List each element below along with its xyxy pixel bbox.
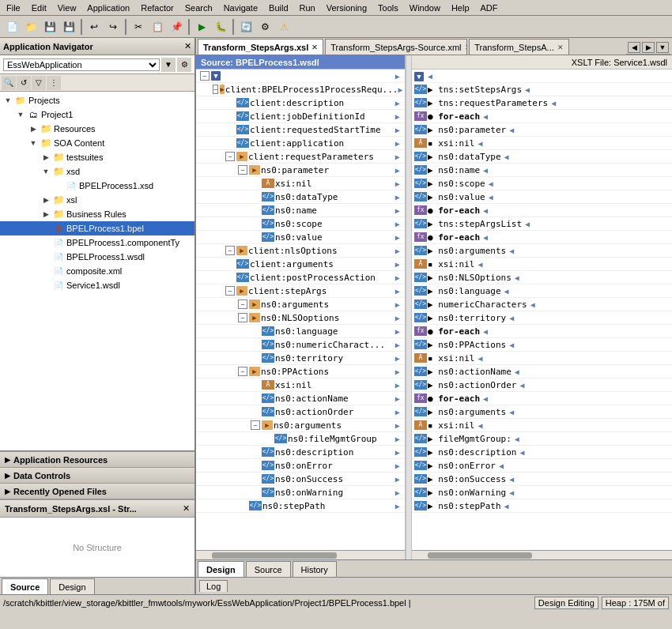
- nav-sync-btn[interactable]: ↺: [17, 76, 31, 90]
- toggle-13[interactable]: −: [225, 246, 235, 255]
- toggle-16[interactable]: −: [225, 286, 235, 296]
- project-tree[interactable]: ▼ 📁 Projects ▼ 🗂 Project1 ▶ 📁 Resources: [0, 92, 194, 450]
- menu-run[interactable]: Run: [295, 2, 320, 13]
- menu-build[interactable]: Build: [264, 2, 293, 13]
- menu-file[interactable]: File: [2, 2, 25, 13]
- nav-settings-btn[interactable]: ⋮: [47, 76, 61, 90]
- tree-bpel-xsd[interactable]: 📄 BPELProcess1.xsd: [0, 179, 194, 193]
- left-pane-hscroll[interactable]: [196, 550, 405, 559]
- expand-projects[interactable]: ▼: [2, 96, 14, 104]
- tree-business-rules[interactable]: ▶ 📁 Business Rules: [0, 207, 194, 221]
- right-pane-hscroll[interactable]: [412, 550, 672, 559]
- menu-tools[interactable]: Tools: [373, 2, 403, 13]
- tab-transform-steps[interactable]: Transform_StepsArgs.xsl ✕: [198, 39, 323, 55]
- menu-view[interactable]: View: [53, 2, 81, 13]
- copy-btn[interactable]: 📋: [149, 18, 166, 36]
- tab-prev[interactable]: ◀: [628, 42, 640, 53]
- alert-btn[interactable]: ⚠: [275, 18, 293, 36]
- toggle-26[interactable]: −: [251, 420, 260, 430]
- tab-transform-source[interactable]: Transform_StepsArgs-Source.xml ✕: [325, 39, 467, 55]
- expand-rules[interactable]: ▶: [40, 210, 52, 218]
- tree-bpel-file[interactable]: ⚙ BPELProcess1.bpel: [0, 221, 194, 235]
- tab-transform-3-close[interactable]: ✕: [557, 43, 564, 51]
- arrow-icon-17[interactable]: ▶: [249, 299, 260, 309]
- tree-bpel-wsdl[interactable]: 📄 BPELProcess1.wsdl: [0, 250, 194, 264]
- menu-versioning[interactable]: Versioning: [322, 2, 372, 13]
- save-all-btn[interactable]: 💾: [60, 18, 77, 36]
- new-btn[interactable]: 📄: [3, 18, 21, 36]
- tab-source-left[interactable]: Source: [2, 578, 48, 594]
- arrow-icon-1[interactable]: ▶: [220, 85, 224, 94]
- combo-btn1[interactable]: ▼: [161, 58, 176, 72]
- arrow-icon-16[interactable]: ▶: [236, 286, 247, 296]
- menu-navigate[interactable]: Navigate: [219, 2, 262, 13]
- tree-testsuites[interactable]: ▶ 📁 testsuites: [0, 150, 194, 164]
- toggle-1[interactable]: −: [213, 85, 218, 94]
- tab-transform-3[interactable]: Transform_StepsA... ✕: [469, 39, 568, 55]
- tab-history[interactable]: History: [293, 561, 337, 577]
- tab-transform-steps-close[interactable]: ✕: [311, 43, 318, 51]
- menu-application[interactable]: Application: [82, 2, 134, 13]
- toggle-6[interactable]: −: [225, 152, 235, 161]
- nav-search-btn[interactable]: 🔍: [2, 76, 16, 90]
- expand-xsd[interactable]: ▼: [40, 168, 52, 175]
- open-btn[interactable]: 📁: [22, 18, 40, 36]
- menu-adf[interactable]: ADF: [476, 2, 503, 13]
- toggle-18[interactable]: −: [238, 313, 247, 322]
- menu-window[interactable]: Window: [405, 2, 445, 13]
- app-nav-close[interactable]: ✕: [184, 41, 191, 51]
- menu-search[interactable]: Search: [180, 2, 217, 13]
- toggle-0[interactable]: −: [200, 71, 210, 81]
- tree-resources[interactable]: ▶ 📁 Resources: [0, 122, 194, 136]
- expand-testsuites[interactable]: ▶: [40, 153, 52, 161]
- refresh-btn[interactable]: 🔄: [237, 18, 255, 36]
- toggle-22[interactable]: −: [238, 367, 247, 376]
- expand-resources[interactable]: ▶: [27, 125, 40, 133]
- app-select[interactable]: EssWebApplication: [3, 58, 160, 71]
- expand-project1[interactable]: ▼: [14, 111, 27, 119]
- deploy-btn[interactable]: ⚙: [256, 18, 274, 36]
- tab-list[interactable]: ▼: [656, 42, 669, 53]
- tree-component-ty[interactable]: 📄 BPELProcess1.componentTy: [0, 235, 194, 250]
- arrow-icon-7[interactable]: ▶: [249, 165, 260, 175]
- arrow-icon-26[interactable]: ▶: [262, 420, 273, 430]
- paste-btn[interactable]: 📌: [168, 18, 185, 36]
- tree-xsl[interactable]: ▶ 📁 xsl: [0, 193, 194, 207]
- section-recent-files[interactable]: ▶ Recently Opened Files: [0, 484, 194, 499]
- tree-soa-content[interactable]: ▼ 📁 SOA Content: [0, 136, 194, 150]
- left-pane-content[interactable]: −▼▶−▶client:BPELProcess1ProcessRequ...▶<…: [196, 70, 405, 550]
- section-data-controls[interactable]: ▶ Data Controls: [0, 468, 194, 484]
- menu-edit[interactable]: Edit: [27, 2, 51, 13]
- expand-xsl[interactable]: ▶: [40, 196, 52, 204]
- tab-next[interactable]: ▶: [642, 42, 655, 53]
- tree-project1[interactable]: ▼ 🗂 Project1: [0, 107, 194, 122]
- toggle-17[interactable]: −: [238, 299, 247, 309]
- arrow-icon-18[interactable]: ▶: [249, 313, 260, 322]
- run-btn[interactable]: ▶: [193, 18, 210, 36]
- structure-close[interactable]: ✕: [183, 503, 190, 514]
- tree-xsd[interactable]: ▼ 📁 xsd: [0, 164, 194, 179]
- tree-composite-xml[interactable]: 📄 composite.xml: [0, 264, 194, 278]
- right-pane-content[interactable]: ◀▼◀tns:setStepsArgs ▶</>◀tns:requestPara…: [412, 70, 672, 550]
- menu-help[interactable]: Help: [447, 2, 474, 13]
- log-tab[interactable]: Log: [199, 580, 228, 592]
- toggle-7[interactable]: −: [238, 165, 247, 175]
- debug-btn[interactable]: 🐛: [212, 18, 229, 36]
- arrow-icon-13[interactable]: ▶: [236, 246, 247, 255]
- section-app-resources[interactable]: ▶ Application Resources: [0, 452, 194, 468]
- tree-projects-header[interactable]: ▼ 📁 Projects: [0, 93, 194, 107]
- back-btn[interactable]: ↩: [85, 18, 103, 36]
- save-btn[interactable]: 💾: [41, 18, 59, 36]
- arrow-icon-6[interactable]: ▶: [236, 152, 247, 161]
- expand-soa[interactable]: ▼: [27, 139, 40, 147]
- arrow-icon-22[interactable]: ▶: [249, 367, 260, 376]
- tree-service1-wsdl[interactable]: 📄 Service1.wsdl: [0, 278, 194, 292]
- tab-design[interactable]: Design: [198, 561, 244, 577]
- tab-source[interactable]: Source: [246, 561, 291, 577]
- forward-btn[interactable]: ↪: [104, 18, 122, 36]
- nav-filter-btn[interactable]: ▽: [32, 76, 46, 90]
- cut-btn[interactable]: ✂: [130, 18, 147, 36]
- tab-transform-source-close[interactable]: ✕: [465, 43, 468, 51]
- menu-refactor[interactable]: Refactor: [136, 2, 179, 13]
- tab-design-left[interactable]: Design: [50, 578, 94, 594]
